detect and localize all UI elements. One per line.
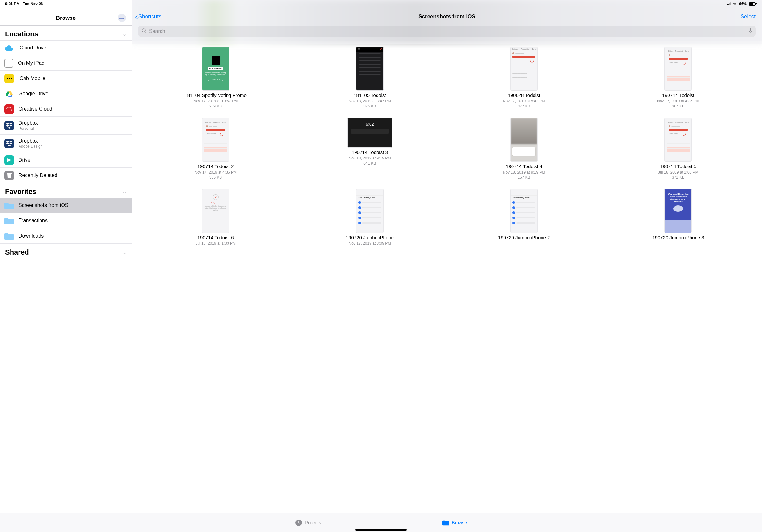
item-label: Google Drive: [19, 91, 48, 97]
chevron-down-icon: ⌄: [122, 32, 127, 37]
location-google-drive[interactable]: Google Drive: [0, 86, 132, 101]
section-label: Locations: [5, 30, 38, 38]
folder-icon: [4, 217, 14, 225]
file-date: Nov 18, 2019 at 9:19 PM: [349, 156, 391, 161]
chevron-left-icon: ‹: [135, 13, 138, 21]
item-sublabel: Personal: [19, 126, 38, 131]
item-label: iCloud Drive: [19, 45, 46, 51]
sidebar: Browse Locations ⌄ iCloud Drive On My iP…: [0, 0, 132, 296]
folder-icon: [4, 202, 14, 209]
file-name: 190714 Todoist 2: [197, 164, 234, 170]
file-size: 365 KB: [209, 175, 222, 180]
status-bar: 9:21 PM Tue Nov 26 66%: [0, 0, 424, 8]
file-name: 190720 Jumbo iPhone: [346, 235, 394, 241]
item-label: iCab Mobile: [19, 76, 45, 81]
location-dropbox-personal[interactable]: DropboxPersonal: [0, 117, 132, 135]
location-icloud-drive[interactable]: iCloud Drive: [0, 40, 132, 55]
location-drive[interactable]: Drive: [0, 153, 132, 168]
chevron-down-icon: ⌄: [122, 250, 127, 255]
file-date: Nov 17, 2019 at 10:57 PM: [193, 99, 238, 104]
section-header-shared[interactable]: Shared ⌄: [0, 244, 132, 258]
file-date: Nov 17, 2019 at 4:35 PM: [194, 170, 237, 175]
location-icab-mobile[interactable]: iCab Mobile: [0, 71, 132, 86]
location-dropbox-adobe[interactable]: DropboxAdobe Design: [0, 135, 132, 153]
main-nav: ‹ Shortcuts Screenshots from iOS Select: [132, 8, 424, 26]
search-icon: [141, 28, 146, 34]
status-date: Tue Nov 26: [23, 2, 43, 6]
file-name: 181104 Spotify Voting Promo: [185, 93, 246, 99]
file-name: 190714 Todoist 6: [197, 235, 234, 241]
file-size: 269 KB: [209, 104, 222, 109]
file-item[interactable]: ✓EnlightenedYou completed an impressive …: [141, 189, 290, 246]
file-item[interactable]: 181105 TodoistNov 18, 2019 at 8:47 PM375…: [295, 46, 424, 109]
file-item[interactable]: SettingsProductivityDone—— ———Grand Mast…: [141, 118, 290, 180]
drive-icon: [4, 155, 14, 165]
file-item[interactable]: 6:02190714 Todoist 3Nov 18, 2019 at 9:19…: [295, 118, 424, 180]
dropbox-icon: [4, 121, 14, 130]
favorite-downloads[interactable]: Downloads: [0, 229, 132, 244]
favorite-screenshots-from-ios[interactable]: Screenshots from iOS: [0, 198, 132, 213]
item-label: Dropbox: [19, 138, 42, 144]
item-sublabel: Adobe Design: [19, 144, 42, 149]
ipad-icon: [4, 59, 13, 68]
item-label: Creative Cloud: [19, 106, 52, 112]
file-name: 190714 Todoist 3: [352, 150, 388, 156]
file-grid[interactable]: NEW JERSEY!Midterm elections are coming …: [132, 41, 424, 296]
item-label: On My iPad: [18, 60, 45, 66]
icab-icon: [4, 74, 14, 83]
dropbox-icon: [4, 139, 14, 148]
file-size: 375 KB: [363, 104, 376, 109]
trash-icon: [4, 170, 14, 180]
item-label: Screenshots from iOS: [19, 203, 69, 208]
main-panel: ‹ Shortcuts Screenshots from iOS Select …: [132, 0, 424, 296]
file-date: Jul 18, 2019 at 1:03 PM: [195, 241, 236, 246]
location-on-my-ipad[interactable]: On My iPad: [0, 55, 132, 71]
ellipsis-icon: [119, 15, 125, 21]
svg-line-4: [145, 32, 146, 33]
file-item[interactable]: Your Privacy Audit190720 Jumbo iPhoneNov…: [295, 189, 424, 246]
location-recently-deleted[interactable]: Recently Deleted: [0, 168, 132, 183]
item-label: Dropbox: [19, 120, 38, 126]
section-label: Shared: [5, 248, 29, 256]
item-label: Drive: [19, 157, 30, 163]
status-time: 9:21 PM: [5, 2, 20, 6]
search-field[interactable]: [138, 26, 424, 37]
item-label: Recently Deleted: [19, 172, 57, 178]
file-size: 641 KB: [363, 161, 376, 166]
file-name: 181105 Todoist: [353, 93, 386, 99]
item-label: Transactions: [19, 218, 47, 224]
page-title: Screenshots from iOS: [132, 13, 424, 20]
google-drive-icon: [4, 89, 14, 99]
creative-cloud-icon: [4, 104, 14, 114]
more-button[interactable]: [118, 14, 126, 22]
sidebar-title: Browse: [56, 15, 76, 21]
back-label: Shortcuts: [138, 13, 162, 20]
back-button[interactable]: ‹ Shortcuts: [135, 13, 161, 21]
file-item[interactable]: NEW JERSEY!Midterm elections are coming …: [141, 46, 290, 109]
favorite-transactions[interactable]: Transactions: [0, 213, 132, 229]
chevron-down-icon: ⌄: [122, 189, 127, 194]
section-label: Favorites: [5, 187, 37, 196]
icloud-icon: [4, 43, 14, 53]
location-creative-cloud[interactable]: Creative Cloud: [0, 101, 132, 117]
file-date: Nov 18, 2019 at 8:47 PM: [349, 99, 391, 104]
search-input[interactable]: [148, 28, 424, 34]
file-date: Nov 17, 2019 at 3:09 PM: [349, 241, 391, 246]
section-header-locations[interactable]: Locations ⌄: [0, 26, 132, 40]
item-label: Downloads: [19, 233, 44, 239]
folder-icon: [4, 232, 14, 240]
section-header-favorites[interactable]: Favorites ⌄: [0, 183, 132, 198]
